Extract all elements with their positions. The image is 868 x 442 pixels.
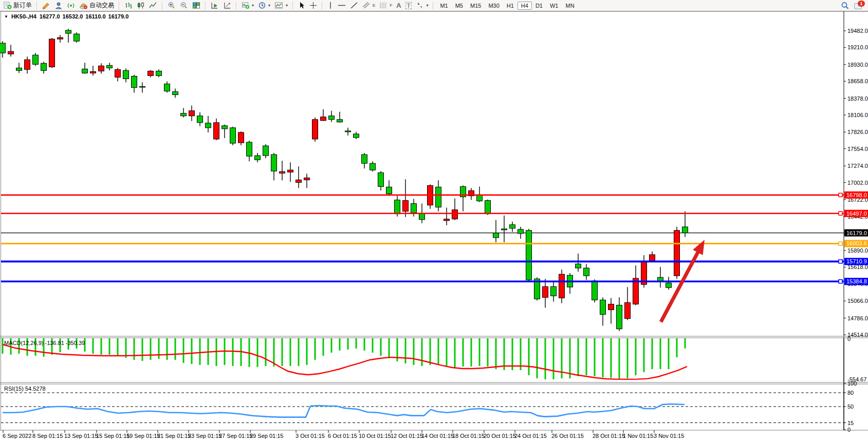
price-tick-label: 19482.0 xyxy=(847,28,868,34)
tile-windows-button[interactable] xyxy=(190,1,202,11)
svg-text:80: 80 xyxy=(847,390,854,396)
rsi-indicator-label: RSI(15) 54.5278 xyxy=(4,386,46,392)
candle xyxy=(263,146,269,156)
hline-price-label: 16798.0 xyxy=(846,192,867,198)
hline-price-label: 15384.8 xyxy=(846,278,867,284)
text-label-button[interactable]: T xyxy=(403,1,414,11)
algo-trading-button[interactable]: 自动交易 xyxy=(77,1,116,11)
vertical-line-button[interactable] xyxy=(325,1,336,11)
hline-handle[interactable] xyxy=(839,280,842,283)
zoom-in-button[interactable] xyxy=(165,1,178,11)
candle xyxy=(543,286,548,297)
arrows-button[interactable]: ▾ xyxy=(414,1,430,11)
fibonacci-button[interactable]: F xyxy=(377,1,394,11)
template-icon xyxy=(274,2,284,9)
candle xyxy=(8,51,14,54)
price-tick-label: 18106.0 xyxy=(847,112,868,118)
timeframe-button-H4[interactable]: H4 xyxy=(518,2,532,10)
crayon-button[interactable] xyxy=(40,1,52,11)
trendline-button[interactable] xyxy=(348,1,360,11)
candle xyxy=(370,163,376,170)
horizontal-line-button[interactable] xyxy=(336,1,348,11)
new-order-icon xyxy=(4,2,12,9)
candle xyxy=(584,268,589,276)
shift-chart-button[interactable] xyxy=(209,1,221,11)
svg-text:0: 0 xyxy=(847,336,851,342)
chevron-down-icon: ▾ xyxy=(426,3,428,8)
period-button[interactable]: ▾ xyxy=(256,1,272,11)
search-icon xyxy=(841,2,849,10)
notification-count-badge: 1 xyxy=(858,1,865,7)
timeframe-button-M1[interactable]: M1 xyxy=(436,2,451,10)
collapse-triangle-icon[interactable]: ▼ xyxy=(4,14,8,19)
hline-handle[interactable] xyxy=(839,212,842,215)
crosshair-button[interactable] xyxy=(307,1,319,11)
candle xyxy=(74,34,80,41)
vertical-line-icon xyxy=(327,2,334,9)
bar-chart-button[interactable] xyxy=(122,1,135,11)
hline-handle[interactable] xyxy=(839,260,842,263)
hline-handle[interactable] xyxy=(839,242,842,245)
candle xyxy=(33,55,39,64)
chevron-down-icon: ▾ xyxy=(252,3,254,8)
candle xyxy=(576,264,581,268)
price-tick-label: 14786.0 xyxy=(847,315,868,321)
timeframe-button-H1[interactable]: H1 xyxy=(503,2,518,10)
timeframe-button-MN[interactable]: MN xyxy=(562,2,578,10)
timeframe-button-M30[interactable]: M30 xyxy=(485,2,503,10)
channel-button[interactable]: E xyxy=(360,1,377,11)
candle xyxy=(222,126,228,129)
template-button[interactable]: ▾ xyxy=(272,1,290,11)
candle xyxy=(551,286,557,296)
cursor-arrow-icon xyxy=(298,2,305,9)
candle xyxy=(477,195,483,201)
price-axis[interactable]: 19482.019210.018930.018658.018378.018106… xyxy=(844,28,868,433)
arrows-tool-icon xyxy=(416,2,424,9)
line-chart-icon xyxy=(149,2,157,9)
new-order-label: 新订单 xyxy=(13,1,32,10)
date-tick-label: 1 Nov 01:15 xyxy=(623,433,653,439)
candle xyxy=(682,227,688,233)
auto-scroll-button[interactable] xyxy=(221,1,233,11)
signals-button[interactable] xyxy=(65,1,77,11)
date-tick-label: 28 Oct 01:15 xyxy=(593,433,625,439)
chart-symbol-period: HK50-,H4 xyxy=(11,13,36,20)
horizontal-line-icon xyxy=(338,2,346,9)
time-axis[interactable]: 6 Sep 20228 Sep 01:1513 Sep 01:1515 Sep … xyxy=(3,430,684,439)
timeframe-button-W1[interactable]: W1 xyxy=(546,2,562,10)
chevron-down-icon: ▾ xyxy=(286,3,288,8)
candle xyxy=(345,131,351,132)
candle xyxy=(123,70,129,79)
candlestick-chart-icon xyxy=(137,2,145,9)
line-chart-button[interactable] xyxy=(147,1,159,11)
price-tick-label: 17002.0 xyxy=(847,180,868,186)
date-tick-label: 26 Oct 01:15 xyxy=(551,433,584,439)
candle xyxy=(485,201,491,214)
chart-canvas[interactable]: 19482.019210.018930.018658.018378.018106… xyxy=(0,11,868,442)
new-order-button[interactable]: 新订单 xyxy=(2,1,34,11)
profiles-button[interactable] xyxy=(52,1,65,11)
new-chart-button[interactable]: ▾ xyxy=(239,1,256,11)
text-button[interactable]: A xyxy=(394,1,403,11)
fibo-letter: F xyxy=(390,3,392,8)
cursor-button[interactable] xyxy=(296,1,307,11)
candle xyxy=(592,281,598,300)
timeframe-button-D1[interactable]: D1 xyxy=(532,2,546,10)
candle xyxy=(49,39,55,67)
candle xyxy=(444,219,450,221)
trend-arrow-head[interactable] xyxy=(693,240,705,255)
candle xyxy=(107,65,113,68)
candle xyxy=(197,116,203,123)
timeframe-button-M15[interactable]: M15 xyxy=(467,2,485,10)
algo-trading-icon xyxy=(79,2,88,9)
candlestick-chart-button[interactable] xyxy=(135,1,147,11)
algo-trading-label: 自动交易 xyxy=(89,1,114,10)
timeframe-button-M5[interactable]: M5 xyxy=(452,2,467,10)
search-button[interactable] xyxy=(839,1,852,11)
hline-handle[interactable] xyxy=(839,193,842,197)
auto-scroll-icon xyxy=(223,2,231,9)
zoom-out-button[interactable] xyxy=(178,1,190,11)
crayon-icon xyxy=(42,2,50,9)
notifications-button[interactable]: 1 xyxy=(852,1,866,11)
candle xyxy=(255,156,261,160)
